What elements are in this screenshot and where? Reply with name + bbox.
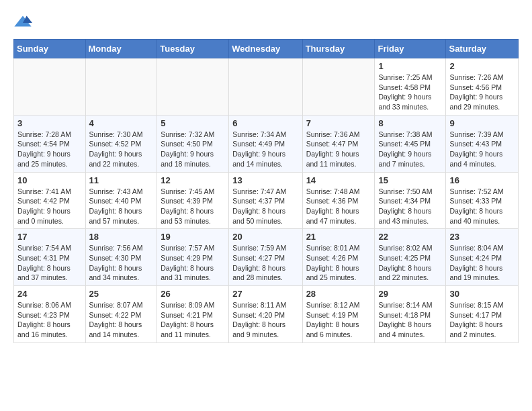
page-header xyxy=(13,13,519,32)
day-info: Sunrise: 7:57 AM Sunset: 4:29 PM Dayligh… xyxy=(161,243,225,283)
day-number: 13 xyxy=(232,175,298,185)
calendar-cell xyxy=(157,58,229,116)
weekday-header-monday: Monday xyxy=(85,40,157,58)
day-number: 8 xyxy=(378,118,442,128)
calendar-cell: 16Sunrise: 7:52 AM Sunset: 4:33 PM Dayli… xyxy=(446,172,519,229)
calendar-cell: 26Sunrise: 8:09 AM Sunset: 4:21 PM Dayli… xyxy=(157,286,229,343)
logo-icon xyxy=(13,13,32,32)
day-info: Sunrise: 8:07 AM Sunset: 4:22 PM Dayligh… xyxy=(89,300,154,340)
calendar-cell: 24Sunrise: 8:06 AM Sunset: 4:23 PM Dayli… xyxy=(14,286,86,343)
day-number: 20 xyxy=(232,232,298,242)
day-info: Sunrise: 7:34 AM Sunset: 4:49 PM Dayligh… xyxy=(232,130,298,169)
day-number: 3 xyxy=(17,118,82,128)
week-row-3: 10Sunrise: 7:41 AM Sunset: 4:42 PM Dayli… xyxy=(14,172,519,229)
day-number: 23 xyxy=(449,232,515,242)
day-number: 28 xyxy=(306,289,371,299)
calendar-cell: 5Sunrise: 7:32 AM Sunset: 4:50 PM Daylig… xyxy=(157,115,229,172)
calendar-cell: 23Sunrise: 8:04 AM Sunset: 4:24 PM Dayli… xyxy=(446,229,519,286)
calendar-cell: 25Sunrise: 8:07 AM Sunset: 4:22 PM Dayli… xyxy=(85,286,157,343)
calendar-cell: 21Sunrise: 8:01 AM Sunset: 4:26 PM Dayli… xyxy=(302,229,375,286)
day-info: Sunrise: 7:52 AM Sunset: 4:33 PM Dayligh… xyxy=(449,187,515,226)
day-info: Sunrise: 8:14 AM Sunset: 4:18 PM Dayligh… xyxy=(378,300,442,340)
calendar-cell: 11Sunrise: 7:43 AM Sunset: 4:40 PM Dayli… xyxy=(85,172,157,229)
calendar-cell: 10Sunrise: 7:41 AM Sunset: 4:42 PM Dayli… xyxy=(14,172,86,229)
calendar: SundayMondayTuesdayWednesdayThursdayFrid… xyxy=(13,39,519,343)
day-number: 2 xyxy=(449,61,515,71)
day-number: 15 xyxy=(378,175,442,185)
day-info: Sunrise: 7:59 AM Sunset: 4:27 PM Dayligh… xyxy=(232,243,298,283)
weekday-header-row: SundayMondayTuesdayWednesdayThursdayFrid… xyxy=(14,40,519,58)
calendar-cell: 27Sunrise: 8:11 AM Sunset: 4:20 PM Dayli… xyxy=(229,286,302,343)
calendar-cell: 2Sunrise: 7:26 AM Sunset: 4:56 PM Daylig… xyxy=(446,58,519,116)
day-number: 7 xyxy=(306,118,371,128)
day-info: Sunrise: 7:56 AM Sunset: 4:30 PM Dayligh… xyxy=(89,243,154,283)
day-info: Sunrise: 8:06 AM Sunset: 4:23 PM Dayligh… xyxy=(17,300,82,340)
calendar-cell: 4Sunrise: 7:30 AM Sunset: 4:52 PM Daylig… xyxy=(85,115,157,172)
day-number: 24 xyxy=(17,289,82,299)
calendar-cell: 12Sunrise: 7:45 AM Sunset: 4:39 PM Dayli… xyxy=(157,172,229,229)
day-number: 25 xyxy=(89,289,154,299)
day-info: Sunrise: 7:38 AM Sunset: 4:45 PM Dayligh… xyxy=(378,130,442,169)
calendar-cell: 7Sunrise: 7:36 AM Sunset: 4:47 PM Daylig… xyxy=(302,115,375,172)
day-number: 12 xyxy=(161,175,225,185)
day-number: 21 xyxy=(306,232,371,242)
day-info: Sunrise: 8:12 AM Sunset: 4:19 PM Dayligh… xyxy=(306,300,371,340)
day-info: Sunrise: 7:47 AM Sunset: 4:37 PM Dayligh… xyxy=(232,187,298,226)
day-number: 14 xyxy=(306,175,371,185)
day-info: Sunrise: 8:04 AM Sunset: 4:24 PM Dayligh… xyxy=(449,243,515,283)
day-number: 5 xyxy=(161,118,225,128)
day-info: Sunrise: 7:26 AM Sunset: 4:56 PM Dayligh… xyxy=(449,73,515,112)
day-info: Sunrise: 7:43 AM Sunset: 4:40 PM Dayligh… xyxy=(89,187,154,226)
logo xyxy=(13,13,35,32)
day-info: Sunrise: 7:28 AM Sunset: 4:54 PM Dayligh… xyxy=(17,130,82,169)
week-row-5: 24Sunrise: 8:06 AM Sunset: 4:23 PM Dayli… xyxy=(14,286,519,343)
weekday-header-sunday: Sunday xyxy=(14,40,86,58)
calendar-cell: 9Sunrise: 7:39 AM Sunset: 4:43 PM Daylig… xyxy=(446,115,519,172)
calendar-cell xyxy=(85,58,157,116)
day-info: Sunrise: 7:39 AM Sunset: 4:43 PM Dayligh… xyxy=(449,130,515,169)
weekday-header-saturday: Saturday xyxy=(446,40,519,58)
day-info: Sunrise: 7:48 AM Sunset: 4:36 PM Dayligh… xyxy=(306,187,371,226)
day-info: Sunrise: 7:54 AM Sunset: 4:31 PM Dayligh… xyxy=(17,243,82,283)
calendar-cell: 13Sunrise: 7:47 AM Sunset: 4:37 PM Dayli… xyxy=(229,172,302,229)
day-number: 11 xyxy=(89,175,154,185)
weekday-header-tuesday: Tuesday xyxy=(157,40,229,58)
calendar-cell: 17Sunrise: 7:54 AM Sunset: 4:31 PM Dayli… xyxy=(14,229,86,286)
day-number: 19 xyxy=(161,232,225,242)
calendar-cell: 18Sunrise: 7:56 AM Sunset: 4:30 PM Dayli… xyxy=(85,229,157,286)
day-info: Sunrise: 7:41 AM Sunset: 4:42 PM Dayligh… xyxy=(17,187,82,226)
calendar-cell: 14Sunrise: 7:48 AM Sunset: 4:36 PM Dayli… xyxy=(302,172,375,229)
day-info: Sunrise: 8:15 AM Sunset: 4:17 PM Dayligh… xyxy=(449,300,515,340)
weekday-header-wednesday: Wednesday xyxy=(229,40,302,58)
calendar-cell: 20Sunrise: 7:59 AM Sunset: 4:27 PM Dayli… xyxy=(229,229,302,286)
day-info: Sunrise: 7:25 AM Sunset: 4:58 PM Dayligh… xyxy=(378,73,442,112)
weekday-header-friday: Friday xyxy=(375,40,446,58)
day-number: 1 xyxy=(378,61,442,71)
day-number: 4 xyxy=(89,118,154,128)
day-info: Sunrise: 7:45 AM Sunset: 4:39 PM Dayligh… xyxy=(161,187,225,226)
day-info: Sunrise: 8:09 AM Sunset: 4:21 PM Dayligh… xyxy=(161,300,225,340)
week-row-2: 3Sunrise: 7:28 AM Sunset: 4:54 PM Daylig… xyxy=(14,115,519,172)
day-number: 6 xyxy=(232,118,298,128)
calendar-cell: 30Sunrise: 8:15 AM Sunset: 4:17 PM Dayli… xyxy=(446,286,519,343)
day-info: Sunrise: 8:01 AM Sunset: 4:26 PM Dayligh… xyxy=(306,243,371,283)
day-number: 9 xyxy=(449,118,515,128)
day-info: Sunrise: 7:32 AM Sunset: 4:50 PM Dayligh… xyxy=(161,130,225,169)
day-info: Sunrise: 7:36 AM Sunset: 4:47 PM Dayligh… xyxy=(306,130,371,169)
calendar-cell: 15Sunrise: 7:50 AM Sunset: 4:34 PM Dayli… xyxy=(375,172,446,229)
day-number: 22 xyxy=(378,232,442,242)
day-info: Sunrise: 7:50 AM Sunset: 4:34 PM Dayligh… xyxy=(378,187,442,226)
calendar-cell xyxy=(302,58,375,116)
weekday-header-thursday: Thursday xyxy=(302,40,375,58)
day-number: 26 xyxy=(161,289,225,299)
day-number: 18 xyxy=(89,232,154,242)
calendar-cell: 29Sunrise: 8:14 AM Sunset: 4:18 PM Dayli… xyxy=(375,286,446,343)
day-info: Sunrise: 8:02 AM Sunset: 4:25 PM Dayligh… xyxy=(378,243,442,283)
day-number: 30 xyxy=(449,289,515,299)
calendar-cell xyxy=(229,58,302,116)
calendar-cell xyxy=(14,58,86,116)
calendar-cell: 8Sunrise: 7:38 AM Sunset: 4:45 PM Daylig… xyxy=(375,115,446,172)
day-number: 27 xyxy=(232,289,298,299)
week-row-1: 1Sunrise: 7:25 AM Sunset: 4:58 PM Daylig… xyxy=(14,58,519,116)
day-info: Sunrise: 8:11 AM Sunset: 4:20 PM Dayligh… xyxy=(232,300,298,340)
